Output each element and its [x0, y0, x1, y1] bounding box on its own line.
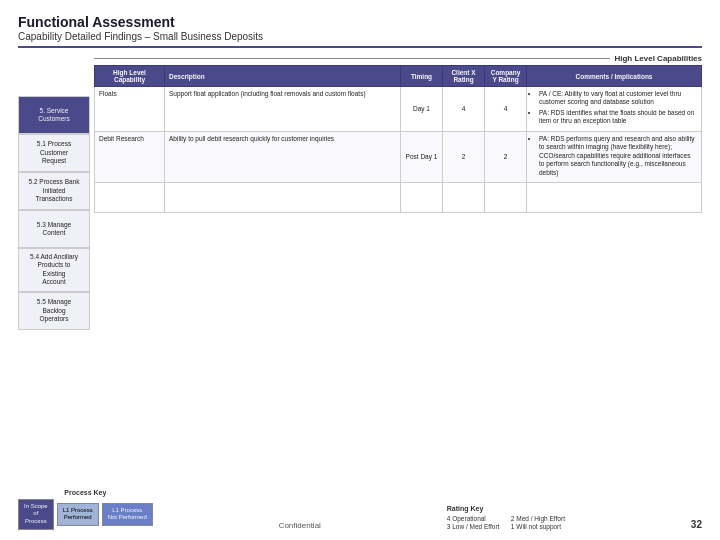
- client-rating-debit: 2: [443, 131, 485, 182]
- sidebar-item-process-customer[interactable]: 5.1 ProcessCustomerRequest: [18, 134, 90, 172]
- table-row-empty-1: [95, 182, 702, 212]
- empty-cell-1b: [165, 182, 401, 212]
- sidebar-header: [18, 54, 90, 96]
- th-company-rating: CompanyY Rating: [485, 66, 527, 87]
- process-key-boxes: In ScopeofProcess L1 ProcessPerformed L1…: [18, 499, 153, 530]
- process-key-label: Process Key: [18, 489, 153, 496]
- sidebar-item-service-customers[interactable]: 5. ServiceCustomers: [18, 96, 90, 134]
- page-subtitle: Capability Detailed Findings – Small Bus…: [18, 31, 702, 48]
- sidebar-item-manage-content[interactable]: 5.3 ManageContent: [18, 210, 90, 248]
- rating-item-2: 2 Med / High Effort: [511, 515, 565, 522]
- empty-cell-1f: [527, 182, 702, 212]
- capability-floats: Floats: [95, 87, 165, 132]
- table-row-debit-research: Debit Research Ability to pull debit res…: [95, 131, 702, 182]
- company-rating-debit: 2: [485, 131, 527, 182]
- desc-debit: Ability to pull debit research quickly f…: [165, 131, 401, 182]
- rating-item-3: 3 Low / Med Effort: [447, 523, 501, 530]
- th-timing: Timing: [401, 66, 443, 87]
- capability-debit: Debit Research: [95, 131, 165, 182]
- rating-key-items: 4 Operational 2 Med / High Effort 3 Low …: [447, 515, 565, 530]
- desc-floats: Support float application (including flo…: [165, 87, 401, 132]
- th-high-level-capability: High LevelCapability: [95, 66, 165, 87]
- empty-cell-1c: [401, 182, 443, 212]
- empty-cell-1d: [443, 182, 485, 212]
- rating-item-4: 4 Operational: [447, 515, 501, 522]
- th-client-rating: Client XRating: [443, 66, 485, 87]
- sidebar-item-add-ancillary[interactable]: 5.4 Add AncillaryProducts toExistingAcco…: [18, 248, 90, 292]
- content-area: High Level Capabilities High LevelCapabi…: [94, 54, 702, 510]
- key-box-l1-not-performed: L1 ProcessNot Performed: [102, 503, 153, 527]
- empty-cell-1a: [95, 182, 165, 212]
- th-description: Description: [165, 66, 401, 87]
- main-layout: 5. ServiceCustomers 5.1 ProcessCustomerR…: [18, 54, 702, 510]
- rating-item-1: 1 Will not support: [511, 523, 565, 530]
- process-key-section: Process Key In ScopeofProcess L1 Process…: [18, 489, 153, 530]
- confidential-label: Confidential: [279, 521, 321, 530]
- timing-debit: Post Day 1: [401, 131, 443, 182]
- key-box-in-scope: In ScopeofProcess: [18, 499, 54, 530]
- hlc-header-row: High Level Capabilities: [94, 54, 702, 63]
- sidebar-item-process-bank[interactable]: 5.2 Process BankInitiatedTransactions: [18, 172, 90, 210]
- empty-cell-1e: [485, 182, 527, 212]
- table-row-floats: Floats Support float application (includ…: [95, 87, 702, 132]
- client-rating-floats: 4: [443, 87, 485, 132]
- th-comments: Comments / Implications: [527, 66, 702, 87]
- page-title: Functional Assessment: [18, 14, 702, 30]
- sidebar: 5. ServiceCustomers 5.1 ProcessCustomerR…: [18, 54, 90, 510]
- page: Functional Assessment Capability Detaile…: [0, 0, 720, 540]
- company-rating-floats: 4: [485, 87, 527, 132]
- hlc-line: [94, 58, 610, 59]
- key-box-l1-performed: L1 ProcessPerformed: [57, 503, 99, 527]
- rating-key-section: Rating Key 4 Operational 2 Med / High Ef…: [447, 505, 565, 530]
- hlc-title: High Level Capabilities: [614, 54, 702, 63]
- timing-floats: Day 1: [401, 87, 443, 132]
- page-number: 32: [691, 519, 702, 530]
- capability-table: High LevelCapability Description Timing …: [94, 65, 702, 213]
- comments-floats: PA / CE: Ability to vary float at custom…: [527, 87, 702, 132]
- footer: Process Key In ScopeofProcess L1 Process…: [18, 489, 702, 530]
- sidebar-item-manage-backlog[interactable]: 5.5 ManageBacklogOperators: [18, 292, 90, 330]
- rating-key-label: Rating Key: [447, 505, 484, 512]
- comments-debit: PA: RDS performs query and research and …: [527, 131, 702, 182]
